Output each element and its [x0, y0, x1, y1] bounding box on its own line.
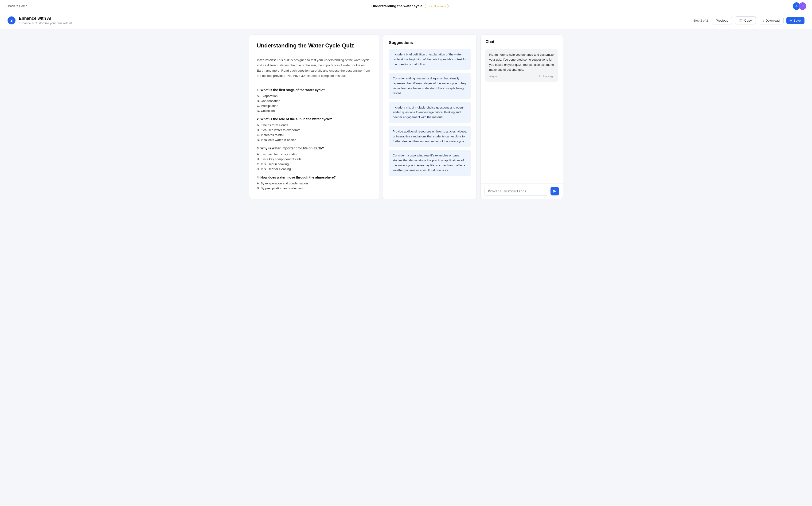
chevron-left-icon: ‹ [6, 4, 7, 8]
back-to-home-link[interactable]: ‹ Back to Home [6, 4, 27, 8]
toolbar-left: 2 Enhance with AI Enhance & Customize yo… [7, 16, 72, 25]
list-item: A. Evaporation [257, 94, 372, 98]
list-item: B. By precipitation and collection [257, 186, 372, 190]
suggestion-card-4: Provide additional resources or links to… [389, 126, 471, 147]
list-item: B. It causes water to evaporate [257, 128, 372, 132]
chat-bubble-1: Hi, I'm here to help you enhance and cus… [485, 49, 558, 82]
suggestions-panel: Suggestions Include a brief definition o… [383, 34, 477, 199]
quiz-panel: Understanding the Water Cycle Quiz Instr… [249, 34, 379, 199]
question-4-options: A. By evaporation and condensation B. By… [257, 182, 372, 190]
user-avatar: U [799, 2, 806, 10]
list-item: B. Condensation [257, 99, 372, 103]
copy-icon: 📋 [739, 18, 743, 22]
back-link-label: Back to Home [8, 4, 27, 8]
previous-button[interactable]: Previous [712, 17, 732, 24]
quiz-title: Understanding the Water Cycle Quiz [257, 42, 372, 49]
question-1-text: 1. What is the first stage of the water … [257, 88, 372, 92]
question-1-options: A. Evaporation B. Condensation C. Precip… [257, 94, 372, 112]
question-3-options: A. It is used for transportation B. It i… [257, 153, 372, 171]
save-button-label: Save [794, 19, 801, 22]
list-item: D. Collection [257, 109, 372, 112]
suggestion-card-5: Consider incorporating real-life example… [389, 150, 471, 176]
suggestions-title: Suggestions [389, 40, 471, 45]
question-2: 2. What is the role of the sun in the wa… [257, 117, 372, 142]
main-content: Understanding the Water Cycle Quiz Instr… [242, 29, 570, 205]
list-item: C. It is used in cooking [257, 162, 372, 166]
question-3: 3. Why is water important for life on Ea… [257, 146, 372, 171]
chat-panel: Chat Hi, I'm here to help you enhance an… [481, 34, 563, 199]
quiz-instructions: Instructions: This quiz is designed to t… [257, 58, 372, 78]
chat-input-area [481, 183, 563, 199]
download-icon: ↓ [763, 19, 764, 22]
avatar-group: A U [793, 2, 806, 10]
suggestion-card-2: Consider adding images or diagrams that … [389, 73, 471, 99]
suggestion-card-1: Include a brief definition or explanatio… [389, 49, 471, 70]
send-icon [553, 189, 557, 193]
list-item: A. It helps form clouds [257, 123, 372, 127]
chat-input[interactable] [484, 187, 548, 196]
quiz-divider-2 [257, 83, 372, 83]
chat-meta: Alayna 1 minute ago [489, 74, 554, 79]
nav-title: Understanding the water cycle [372, 4, 423, 8]
question-2-text: 2. What is the role of the sun in the wa… [257, 117, 372, 121]
toolbar-title: Enhance with AI [19, 16, 72, 21]
question-2-options: A. It helps form clouds B. It causes wat… [257, 123, 372, 142]
list-item: B. It is a key component of cells [257, 157, 372, 161]
list-item: D. It collects water in bodies [257, 138, 372, 142]
copy-button-label: Copy [744, 19, 752, 22]
save-icon: + [790, 19, 792, 22]
question-4-text: 4. How does water move through the atmos… [257, 175, 372, 179]
chat-messages: Hi, I'm here to help you enhance and cus… [481, 47, 563, 183]
copy-button[interactable]: 📋 Copy [735, 16, 756, 24]
top-navigation: ‹ Back to Home Understanding the water c… [0, 0, 812, 12]
step-badge: 2 [7, 16, 15, 24]
chat-message-text: Hi, I'm here to help you enhance and cus… [489, 53, 554, 71]
question-3-text: 3. Why is water important for life on Ea… [257, 146, 372, 150]
nav-right: A U [793, 2, 806, 10]
chat-title: Chat [481, 35, 563, 47]
previous-button-label: Previous [716, 19, 728, 22]
list-item: C. Precipitation [257, 104, 372, 107]
toolbar-right: Step 2 of 2 Previous 📋 Copy ↓ Download +… [694, 16, 805, 24]
question-4: 4. How does water move through the atmos… [257, 175, 372, 190]
download-button-label: Download [765, 19, 780, 22]
question-1: 1. What is the first stage of the water … [257, 88, 372, 112]
download-button[interactable]: ↓ Download [759, 17, 784, 24]
list-item: A. By evaporation and condensation [257, 182, 372, 185]
toolbar-title-group: Enhance with AI Enhance & Customize your… [19, 16, 72, 25]
send-button[interactable] [551, 187, 559, 195]
chat-time: 1 minute ago [539, 74, 555, 79]
nav-center: Understanding the water cycle Quiz Gener… [372, 4, 449, 8]
list-item: A. It is used for transportation [257, 153, 372, 156]
quiz-generator-badge: Quiz Generator [425, 4, 449, 8]
step-label: Step 2 of 2 [694, 19, 708, 22]
toolbar-subtitle: Enhance & Customize your quiz with AI [19, 21, 72, 25]
instructions-label: Instructions: [257, 58, 276, 62]
save-button[interactable]: + Save [786, 17, 805, 24]
chat-sender: Alayna [489, 74, 497, 79]
list-item: D. It is used for cleaning [257, 167, 372, 171]
list-item: C. It creates rainfall [257, 133, 372, 137]
suggestion-card-3: Include a mix of multiple-choice questio… [389, 102, 471, 123]
toolbar: 2 Enhance with AI Enhance & Customize yo… [0, 12, 812, 29]
